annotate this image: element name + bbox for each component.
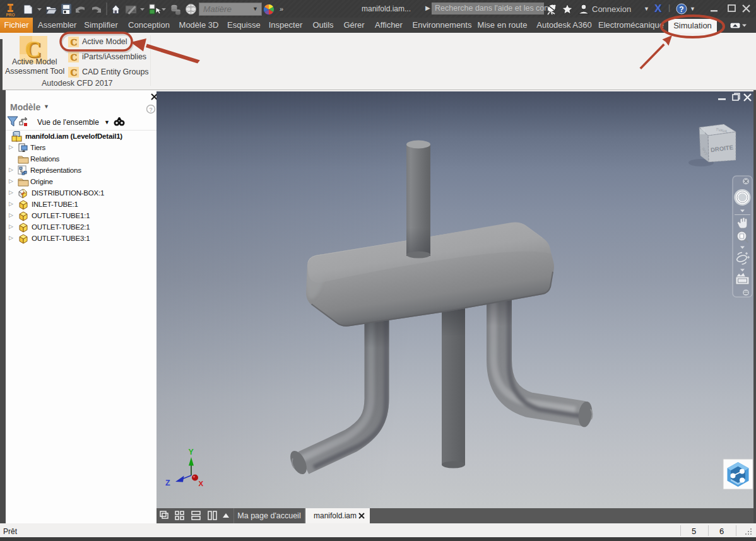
svg-text:Z: Z bbox=[165, 479, 170, 487]
svg-text:?: ? bbox=[149, 107, 152, 113]
svg-text:Y: Y bbox=[189, 448, 194, 457]
svg-text:C: C bbox=[71, 67, 78, 78]
svg-text:?: ? bbox=[679, 5, 683, 14]
svg-text:C: C bbox=[71, 52, 78, 62]
svg-text:C: C bbox=[71, 37, 78, 47]
svg-text:PRO: PRO bbox=[6, 13, 15, 17]
svg-text:X: X bbox=[199, 480, 204, 487]
